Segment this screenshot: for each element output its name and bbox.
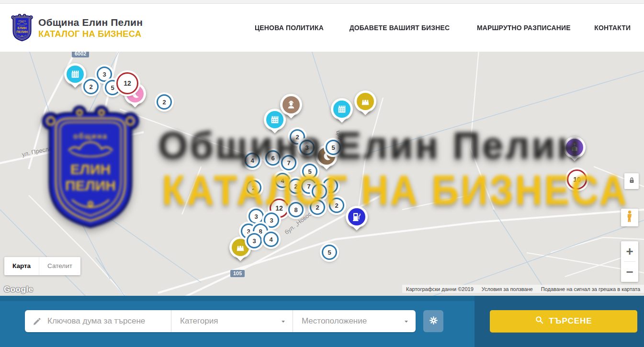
shopping-bag-icon xyxy=(360,96,371,107)
cluster-marker[interactable]: 4 xyxy=(263,232,279,247)
nav-add-your-business[interactable]: ДОБАВЕТЕ ВАШИЯТ БИЗНЕС xyxy=(350,23,450,32)
fuel-pump-map-pin[interactable] xyxy=(346,206,368,228)
lock-control[interactable] xyxy=(624,173,639,189)
shopping-bag-map-pin[interactable] xyxy=(354,90,376,112)
cluster-marker[interactable]: 8 xyxy=(288,202,304,217)
cluster-marker[interactable]: 5 xyxy=(326,140,341,155)
search-icon xyxy=(535,315,544,327)
location-select-value: Местоположение xyxy=(302,316,367,326)
svg-text:община: община xyxy=(18,20,26,22)
page: община ЕЛИН ПЕЛИН Община Елин Пелин КАТА… xyxy=(0,0,644,347)
shopping-bag-icon xyxy=(235,242,246,253)
building-map-pin[interactable] xyxy=(64,63,86,85)
nav-contacts[interactable]: КОНТАКТИ xyxy=(594,23,631,32)
cluster-marker[interactable]: 2 xyxy=(157,94,172,110)
municipality-crest-logo: община ЕЛИН ПЕЛИН xyxy=(11,13,34,42)
site-logo[interactable]: община ЕЛИН ПЕЛИН Община Елин Пелин КАТА… xyxy=(11,13,145,42)
keyword-search-input[interactable] xyxy=(47,316,171,326)
building-icon xyxy=(270,114,280,125)
cluster-marker[interactable]: 4 xyxy=(245,153,260,168)
map-type-map-button[interactable]: Карта xyxy=(4,257,39,275)
category-select-value: Категория xyxy=(180,316,218,326)
cluster-marker[interactable]: 10 xyxy=(567,169,587,190)
cluster-marker[interactable]: 2 xyxy=(329,198,344,213)
location-select[interactable]: Местоположение xyxy=(293,310,416,332)
nav-route-schedule[interactable]: МАРШРУТНО РАЗПИСАНИЕ xyxy=(477,23,571,32)
church-icon xyxy=(569,142,580,153)
site-title: Община Елин Пелин xyxy=(38,17,145,28)
google-logo[interactable]: Google xyxy=(4,285,34,294)
cluster-marker[interactable]: 2 xyxy=(310,200,325,215)
advanced-search-settings-button[interactable] xyxy=(423,310,443,332)
search-button-label: ТЪРСЕНЕ xyxy=(549,316,592,326)
cluster-marker[interactable]: 3 xyxy=(247,233,262,248)
building-icon xyxy=(70,69,80,79)
main-nav: ЦЕНОВА ПОЛИТИКА ДОБАВЕТЕ ВАШИЯТ БИЗНЕС М… xyxy=(251,23,633,32)
cluster-marker[interactable]: 3 xyxy=(299,140,315,155)
chevron-down-icon xyxy=(403,318,410,325)
cluster-marker[interactable]: 3 xyxy=(97,67,112,82)
nav-pricing-policy[interactable]: ЦЕНОВА ПОЛИТИКА xyxy=(255,23,324,32)
worker-map-pin[interactable] xyxy=(280,94,302,116)
worker-icon xyxy=(286,100,296,110)
cluster-marker[interactable]: 12 xyxy=(116,72,138,94)
header: община ЕЛИН ПЕЛИН Община Елин Пелин КАТА… xyxy=(0,4,644,52)
cluster-marker[interactable]: 5 xyxy=(302,164,317,179)
map-data-attribution: Картографски данни ©2019 xyxy=(406,286,474,292)
map-attribution: Картографски данни ©2019 Условия за полз… xyxy=(402,285,644,293)
cluster-marker[interactable]: 7 xyxy=(281,155,296,170)
pencil-icon xyxy=(33,317,42,326)
brand-text: Община Елин Пелин КАТАЛОГ НА БИЗНЕСА xyxy=(38,17,145,39)
building-map-pin[interactable] xyxy=(331,98,353,120)
terms-of-use-link[interactable]: Условия за ползване xyxy=(482,286,533,292)
search-bar: Категория Местоположение ТЪРСЕНЕ xyxy=(0,296,644,347)
keyword-field-wrap xyxy=(25,310,171,332)
fuel-pump-icon xyxy=(351,211,362,223)
svg-text:ПЕЛИН: ПЕЛИН xyxy=(16,30,28,34)
cluster-marker[interactable]: 2 xyxy=(83,79,99,94)
cluster-marker[interactable]: 6 xyxy=(265,150,281,166)
map-canvas[interactable]: ул. Преславбул. „Новоселции 6002105 3251… xyxy=(0,52,644,296)
svg-text:ЕЛИН: ЕЛИН xyxy=(18,26,27,30)
zoom-control: + − xyxy=(621,241,638,282)
search-button[interactable]: ТЪРСЕНЕ xyxy=(490,310,637,332)
category-select[interactable]: Категория xyxy=(171,310,293,332)
pegman-icon xyxy=(626,210,633,225)
site-subtitle: КАТАЛОГ НА БИЗНЕСА xyxy=(38,29,141,39)
top-strip xyxy=(0,0,644,4)
cluster-marker[interactable]: 3 xyxy=(264,213,279,228)
chevron-down-icon xyxy=(280,318,287,325)
lock-icon xyxy=(628,176,636,186)
zoom-in-button[interactable]: + xyxy=(621,241,638,261)
church-map-pin[interactable] xyxy=(564,136,586,158)
zoom-out-button[interactable]: − xyxy=(621,262,638,282)
gear-icon xyxy=(429,315,439,327)
building-icon xyxy=(337,104,347,114)
road-number-badge: 105 xyxy=(230,270,245,277)
road-number-badge: 6002 xyxy=(72,52,89,57)
report-map-error-link[interactable]: Подаване на сигнал за грешка в картата xyxy=(541,286,640,292)
map-type-satellite-button[interactable]: Сателит xyxy=(39,257,80,275)
map-type-control: Карта Сателит xyxy=(4,257,80,275)
cluster-marker[interactable]: 5 xyxy=(322,245,337,260)
cluster-marker[interactable]: 3 xyxy=(249,209,264,224)
pegman-control[interactable] xyxy=(621,209,638,226)
search-input-group: Категория Местоположение xyxy=(25,310,416,332)
cluster-marker[interactable]: 2 xyxy=(246,180,261,195)
cluster-marker[interactable]: 8 xyxy=(312,184,327,199)
